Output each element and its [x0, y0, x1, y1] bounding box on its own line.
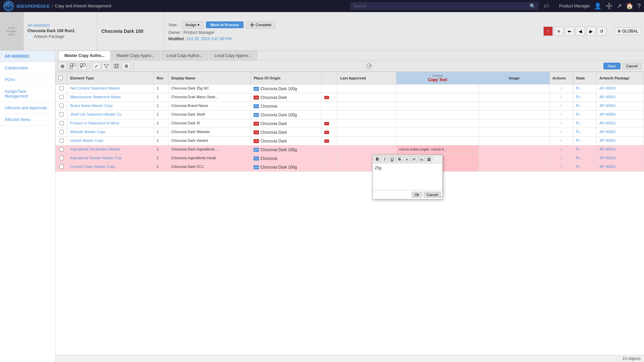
row-checkbox[interactable] [59, 112, 64, 117]
tag-icon[interactable]: 🏷 [544, 3, 549, 9]
toolbar-insert-icon[interactable] [68, 62, 77, 70]
row-element-type[interactable]: Product or Statement of Identi [67, 119, 154, 128]
row-actions[interactable]: i [549, 145, 573, 154]
row-artwork[interactable]: AP-00001 [597, 154, 644, 163]
tab-master-copy-appro[interactable]: Master Copy Appro... [111, 51, 160, 60]
row-checkbox-cell[interactable] [56, 163, 67, 172]
cancel-button[interactable]: Cancel [623, 63, 641, 69]
row-artwork[interactable]: AP-00001 [597, 111, 644, 119]
row-copy-text[interactable] [396, 119, 479, 128]
row-element-type[interactable]: Manufacturer Statement Maste [67, 93, 154, 102]
table-container[interactable]: Element Type Rev Display Name Place Of O… [55, 72, 644, 355]
select-all-checkbox[interactable] [58, 76, 63, 80]
row-element-type[interactable]: Ingredients Declaration Master [67, 145, 154, 154]
row-artwork[interactable]: AP-00001 [597, 137, 644, 145]
row-element-type[interactable]: Brand Name Master Copy [67, 102, 154, 111]
row-checkbox-cell[interactable] [56, 84, 67, 93]
doc-image-drop[interactable]: Drop Images here [0, 12, 23, 50]
rte-content-area[interactable]: 25g [373, 164, 442, 190]
rte-underline-button[interactable]: U [389, 156, 395, 162]
row-actions[interactable]: i [549, 154, 573, 163]
row-checkbox[interactable] [59, 156, 64, 160]
doc-toolbar-prev-icon[interactable]: ◀ [576, 26, 585, 36]
row-checkbox-cell[interactable] [56, 145, 67, 154]
row-checkbox[interactable] [59, 121, 64, 125]
sidebar-item-collaboration[interactable]: Collaboration [0, 62, 55, 74]
complete-button[interactable]: ➕ Complete [246, 21, 275, 28]
user-icon[interactable]: 👤 [594, 2, 601, 10]
search-bar[interactable]: 🔍 [351, 2, 538, 10]
sidebar-item-assign[interactable]: Assign/Task Management [0, 86, 55, 102]
toolbar-filter-icon[interactable] [102, 62, 111, 70]
row-copy-text[interactable]: cocoa mass,sugar, cocoa b... [396, 145, 479, 154]
row-checkbox-cell[interactable] [56, 119, 67, 128]
row-element-type[interactable]: Variant Master Copy [67, 137, 154, 145]
rte-resize-handle[interactable]: ⤡ [439, 195, 442, 198]
sidebar-item-ap[interactable]: AP-00000001 [0, 51, 55, 62]
row-copy-text[interactable] [396, 137, 479, 145]
toolbar-corner-icon[interactable]: ↗ [365, 62, 373, 70]
assign-button[interactable]: Assign ▾ [182, 21, 203, 28]
row-artwork[interactable]: AP-00001 [597, 145, 644, 154]
row-actions[interactable]: i [549, 137, 573, 145]
tab-master-copy-autho[interactable]: Master Copy Autho... [59, 51, 110, 60]
row-actions[interactable]: i [549, 163, 573, 172]
global-button[interactable]: ⊕ GLOBAL [614, 27, 641, 35]
row-checkbox[interactable] [59, 95, 64, 99]
row-checkbox-cell[interactable] [56, 111, 67, 119]
row-actions[interactable]: i [549, 111, 573, 119]
row-checkbox[interactable] [59, 147, 64, 152]
row-checkbox-cell[interactable] [56, 154, 67, 163]
row-checkbox-cell[interactable] [56, 128, 67, 137]
row-artwork[interactable]: AP-00001 [597, 128, 644, 137]
row-artwork[interactable]: AP-00001 [597, 84, 644, 93]
row-actions[interactable]: i [549, 102, 573, 111]
row-checkbox-cell[interactable] [56, 102, 67, 111]
rte-ok-button[interactable]: Ok [412, 192, 422, 198]
search-input[interactable] [354, 4, 528, 8]
rte-cancel-button[interactable]: Cancel [424, 192, 441, 198]
row-checkbox[interactable] [59, 104, 64, 108]
toolbar-grid-icon[interactable]: ⊞ [58, 62, 67, 70]
rte-subscript-button[interactable]: x₂ [418, 156, 425, 162]
tab-local-copy-author[interactable]: Local Copy Author... [161, 51, 208, 60]
help-icon[interactable]: ? [637, 3, 641, 10]
rte-image-button[interactable]: 🖼 [426, 156, 432, 162]
row-checkbox-cell[interactable] [56, 137, 67, 145]
row-checkbox[interactable] [59, 138, 64, 143]
row-actions[interactable]: i [549, 128, 573, 137]
row-element-type[interactable]: Content Claim Master Copy [67, 163, 154, 172]
toolbar-columns-icon[interactable] [112, 62, 121, 70]
rte-strikethrough-button[interactable]: S [396, 156, 403, 162]
doc-id[interactable]: AP-00000001 [28, 23, 93, 27]
tab-local-copy-approv[interactable]: Local Copy Approv... [209, 51, 257, 60]
home-icon[interactable]: 🏠 [626, 2, 633, 10]
row-copy-text[interactable] [396, 84, 479, 93]
rich-text-editor[interactable]: B I U S ≡ x² x₂ 🖼 25g Ok Cancel ⤡ [372, 155, 443, 199]
row-artwork[interactable]: AP-00001 [597, 93, 644, 102]
row-element-type[interactable]: Shelf Life Statement Master Co [67, 111, 154, 119]
row-checkbox[interactable] [59, 86, 64, 90]
row-copy-text[interactable] [396, 102, 479, 111]
toolbar-add-icon[interactable]: ▾ [78, 62, 87, 70]
share-icon[interactable]: ↗ [617, 2, 622, 10]
sidebar-item-affected[interactable]: Affected Items [0, 114, 55, 126]
rte-italic-button[interactable]: I [381, 156, 388, 162]
row-artwork[interactable]: AP-00001 [597, 119, 644, 128]
row-copy-text[interactable] [396, 93, 479, 102]
doc-toolbar-list-icon[interactable]: ≡ [554, 26, 564, 36]
doc-toolbar-refresh-icon[interactable]: ↺ [597, 26, 606, 36]
row-checkbox[interactable] [59, 165, 64, 169]
rte-align-button[interactable]: ≡ [404, 156, 410, 162]
row-checkbox-cell[interactable] [56, 93, 67, 102]
doc-toolbar-next-icon[interactable]: ▶ [586, 26, 596, 36]
doc-toolbar-back-icon[interactable]: ⬅ [565, 26, 574, 36]
rte-bold-button[interactable]: B [374, 156, 381, 162]
row-copy-text[interactable] [396, 128, 479, 137]
wip-button[interactable]: Work In Process [206, 21, 244, 28]
add-icon[interactable]: ➕ [605, 2, 613, 10]
sidebar-item-poas[interactable]: POAs [0, 74, 55, 86]
row-artwork[interactable]: AP-00001 [597, 163, 644, 172]
row-artwork[interactable]: AP-00001 [597, 102, 644, 111]
row-actions[interactable]: i [549, 84, 573, 93]
